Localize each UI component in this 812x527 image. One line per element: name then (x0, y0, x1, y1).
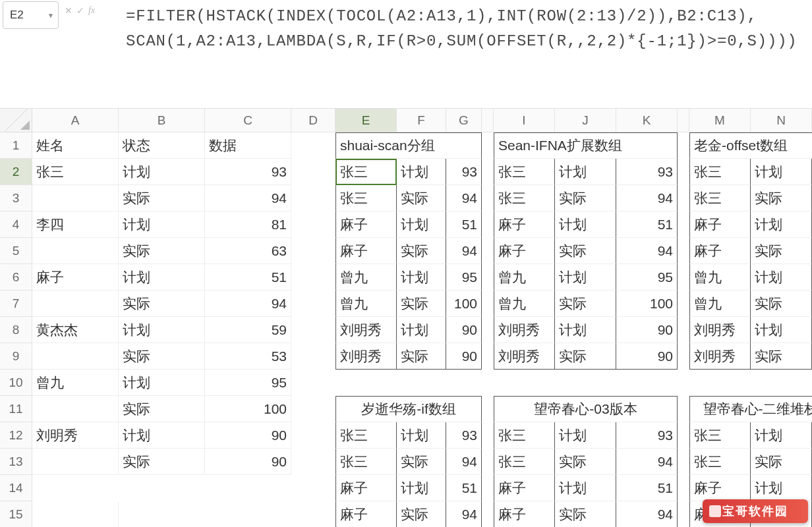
cell-C5[interactable]: 63 (205, 238, 291, 264)
cell-A8[interactable]: 黄杰杰 (32, 317, 119, 343)
cell-A4[interactable]: 李四 (32, 211, 119, 238)
cell-E8[interactable]: 刘明秀 (335, 317, 397, 343)
cell-G9[interactable]: 90 (446, 343, 482, 370)
cell-F8[interactable]: 计划 (397, 317, 446, 343)
cell-M9[interactable]: 刘明秀 (689, 343, 751, 370)
col-header-K[interactable]: K (616, 109, 678, 132)
col-header-J[interactable]: J (555, 109, 616, 132)
cell-B10[interactable]: 计划 (119, 370, 205, 396)
row-header-9[interactable]: 9 (0, 343, 32, 370)
cell-K12[interactable]: 93 (616, 422, 678, 449)
cell-C8[interactable]: 59 (205, 317, 291, 343)
name-box-dropdown-icon[interactable]: ▼ (47, 12, 54, 19)
cell-E1[interactable]: shuai-scan分组 (335, 132, 482, 159)
cell-B5[interactable]: 实际 (119, 238, 205, 264)
cell-M13[interactable]: 张三 (689, 449, 751, 475)
cell-J15[interactable]: 实际 (555, 501, 616, 527)
cell-A1[interactable]: 姓名 (32, 132, 119, 159)
cell-B12[interactable]: 计划 (119, 422, 205, 449)
col-header-N[interactable]: N (751, 109, 812, 132)
cell-K2[interactable]: 93 (616, 159, 678, 185)
cell-E14[interactable]: 麻子 (335, 475, 397, 501)
cell-M11[interactable]: 望帝春心-二维堆栈 (689, 396, 812, 422)
fx-icon[interactable]: fx (88, 5, 95, 16)
cell-I3[interactable]: 张三 (494, 185, 555, 211)
cell-E6[interactable]: 曾九 (335, 264, 397, 291)
cell-M1[interactable]: 老金-offset数组 (689, 132, 812, 159)
cell-E2[interactable]: 张三 (335, 159, 397, 185)
col-header-D[interactable]: D (291, 109, 335, 132)
cell-B4[interactable]: 计划 (119, 211, 205, 238)
cell-N8[interactable]: 计划 (751, 317, 812, 343)
cell-B9[interactable]: 实际 (119, 343, 205, 370)
cell-K3[interactable]: 94 (616, 185, 678, 211)
cell-C6[interactable]: 51 (205, 264, 291, 291)
cell-A11[interactable] (32, 396, 119, 422)
cell-C4[interactable]: 81 (205, 211, 291, 238)
col-header-|[interactable] (482, 109, 494, 132)
cell-J3[interactable]: 实际 (555, 185, 616, 211)
cell-I13[interactable]: 张三 (494, 449, 555, 475)
cell-A9[interactable] (32, 343, 119, 370)
cell-G12[interactable]: 93 (446, 422, 482, 449)
formula-input[interactable]: =FILTER(HSTACK(INDEX(TOCOL(A2:A13,1),INT… (117, 0, 812, 108)
cell-F9[interactable]: 实际 (397, 343, 446, 370)
cell-N14[interactable]: 计划 (751, 475, 812, 501)
cell-G3[interactable]: 94 (446, 185, 482, 211)
cell-E13[interactable]: 张三 (335, 449, 397, 475)
cell-J2[interactable]: 计划 (555, 159, 616, 185)
col-header-|[interactable] (678, 109, 689, 132)
cell-E5[interactable]: 麻子 (335, 238, 397, 264)
cell-J12[interactable]: 计划 (555, 422, 616, 449)
row-header-15[interactable]: 15 (0, 501, 32, 527)
cell-J5[interactable]: 实际 (555, 238, 616, 264)
cell-C13[interactable]: 90 (205, 449, 291, 475)
cell-K8[interactable]: 90 (616, 317, 678, 343)
row-header-12[interactable]: 12 (0, 422, 32, 449)
cell-G2[interactable]: 93 (446, 159, 482, 185)
cell-N6[interactable]: 计划 (751, 264, 812, 291)
cell-A12[interactable]: 刘明秀 (32, 422, 119, 449)
row-header-10[interactable]: 10 (0, 370, 32, 396)
accept-icon[interactable]: ✓ (76, 5, 84, 16)
cell-M2[interactable]: 张三 (689, 159, 751, 185)
cell-A3[interactable] (32, 185, 119, 211)
cell-M7[interactable]: 曾九 (689, 291, 751, 317)
cell-N5[interactable]: 实际 (751, 238, 812, 264)
cell-G15[interactable]: 94 (446, 501, 482, 527)
cell-N3[interactable]: 实际 (751, 185, 812, 211)
cell-C3[interactable]: 94 (205, 185, 291, 211)
cell-F13[interactable]: 实际 (397, 449, 446, 475)
cell-C10[interactable]: 95 (205, 370, 291, 396)
cell-B6[interactable]: 计划 (119, 264, 205, 291)
cell-N12[interactable]: 计划 (751, 422, 812, 449)
cell-C2[interactable]: 93 (205, 159, 291, 185)
cell-J8[interactable]: 计划 (555, 317, 616, 343)
cell-A15[interactable] (32, 501, 119, 527)
cell-I11[interactable]: 望帝春心-03版本 (494, 396, 678, 422)
cell-I7[interactable]: 曾九 (494, 291, 555, 317)
cell-C9[interactable]: 53 (205, 343, 291, 370)
row-header-5[interactable]: 5 (0, 238, 32, 264)
cell-I4[interactable]: 麻子 (494, 211, 555, 238)
cell-G7[interactable]: 100 (446, 291, 482, 317)
cell-B8[interactable]: 计划 (119, 317, 205, 343)
cell-I12[interactable]: 张三 (494, 422, 555, 449)
cell-F12[interactable]: 计划 (397, 422, 446, 449)
cell-G13[interactable]: 94 (446, 449, 482, 475)
cell-J6[interactable]: 计划 (555, 264, 616, 291)
cell-I1[interactable]: Sean-IFNA扩展数组 (494, 132, 678, 159)
cell-N13[interactable]: 实际 (751, 449, 812, 475)
col-header-C[interactable]: C (205, 109, 291, 132)
cell-K13[interactable]: 94 (616, 449, 678, 475)
cell-N9[interactable]: 实际 (751, 343, 812, 370)
cell-E7[interactable]: 曾九 (335, 291, 397, 317)
cell-G5[interactable]: 94 (446, 238, 482, 264)
cell-B7[interactable]: 实际 (119, 291, 205, 317)
cell-E4[interactable]: 麻子 (335, 211, 397, 238)
cell-N7[interactable]: 实际 (751, 291, 812, 317)
cell-F15[interactable]: 实际 (397, 501, 446, 527)
cell-F7[interactable]: 实际 (397, 291, 446, 317)
row-header-3[interactable]: 3 (0, 185, 32, 211)
col-header-E[interactable]: E (335, 109, 397, 132)
